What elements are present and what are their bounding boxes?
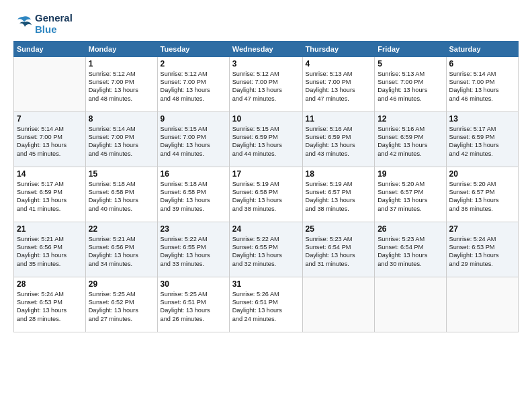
calendar-cell: 27Sunrise: 5:24 AMSunset: 6:53 PMDayligh… [446, 222, 519, 277]
day-number: 13 [449, 114, 516, 124]
calendar-cell: 13Sunrise: 5:17 AMSunset: 6:59 PMDayligh… [446, 111, 519, 167]
calendar-cell: 17Sunrise: 5:19 AMSunset: 6:58 PMDayligh… [229, 167, 302, 222]
day-info: Sunrise: 5:22 AMSunset: 6:55 PMDaylight:… [232, 235, 300, 269]
logo-text: General Blue [35, 12, 73, 36]
calendar-cell [375, 277, 446, 332]
calendar-cell: 14Sunrise: 5:17 AMSunset: 6:59 PMDayligh… [14, 167, 86, 222]
day-number: 11 [306, 114, 372, 124]
calendar-cell: 7Sunrise: 5:14 AMSunset: 7:00 PMDaylight… [14, 111, 86, 167]
day-number: 8 [89, 114, 154, 124]
day-info: Sunrise: 5:12 AMSunset: 7:00 PMDaylight:… [232, 70, 300, 103]
day-info: Sunrise: 5:13 AMSunset: 7:00 PMDaylight:… [378, 70, 443, 103]
day-number: 7 [17, 114, 83, 124]
day-number: 15 [89, 169, 154, 179]
day-info: Sunrise: 5:12 AMSunset: 7:00 PMDaylight:… [89, 70, 154, 103]
calendar-cell: 31Sunrise: 5:26 AMSunset: 6:51 PMDayligh… [229, 277, 302, 332]
day-number: 6 [449, 59, 516, 68]
day-number: 31 [232, 279, 300, 289]
weekday-header-friday: Friday [375, 41, 446, 56]
calendar-cell: 25Sunrise: 5:23 AMSunset: 6:54 PMDayligh… [302, 222, 375, 277]
calendar-cell: 26Sunrise: 5:23 AMSunset: 6:54 PMDayligh… [375, 222, 446, 277]
day-info: Sunrise: 5:16 AMSunset: 6:59 PMDaylight:… [306, 125, 372, 158]
day-number: 4 [306, 59, 372, 68]
day-number: 20 [449, 169, 516, 179]
calendar-cell [446, 277, 519, 332]
day-info: Sunrise: 5:26 AMSunset: 6:51 PMDaylight:… [232, 290, 300, 324]
weekday-header-sunday: Sunday [14, 41, 86, 56]
day-number: 29 [89, 279, 154, 289]
day-number: 10 [232, 114, 300, 124]
calendar-cell: 20Sunrise: 5:20 AMSunset: 6:57 PMDayligh… [446, 167, 519, 222]
day-number: 27 [449, 224, 516, 234]
day-number: 14 [17, 169, 83, 179]
day-info: Sunrise: 5:12 AMSunset: 7:00 PMDaylight:… [161, 70, 226, 103]
day-number: 12 [378, 114, 443, 124]
calendar-week-row: 1Sunrise: 5:12 AMSunset: 7:00 PMDaylight… [14, 56, 519, 111]
calendar-cell: 12Sunrise: 5:16 AMSunset: 6:59 PMDayligh… [375, 111, 446, 167]
calendar-week-row: 28Sunrise: 5:24 AMSunset: 6:53 PMDayligh… [14, 277, 519, 332]
day-info: Sunrise: 5:19 AMSunset: 6:57 PMDaylight:… [306, 180, 372, 214]
header: General Blue [13, 12, 519, 36]
day-info: Sunrise: 5:13 AMSunset: 7:00 PMDaylight:… [306, 70, 372, 103]
day-number: 17 [232, 169, 300, 179]
calendar-cell: 21Sunrise: 5:21 AMSunset: 6:56 PMDayligh… [14, 222, 86, 277]
calendar-cell: 1Sunrise: 5:12 AMSunset: 7:00 PMDaylight… [85, 56, 157, 111]
day-info: Sunrise: 5:14 AMSunset: 7:00 PMDaylight:… [449, 70, 516, 103]
day-number: 24 [232, 224, 300, 234]
day-info: Sunrise: 5:21 AMSunset: 6:56 PMDaylight:… [89, 235, 154, 269]
day-info: Sunrise: 5:17 AMSunset: 6:59 PMDaylight:… [449, 125, 516, 158]
day-info: Sunrise: 5:15 AMSunset: 6:59 PMDaylight:… [232, 125, 300, 158]
calendar-header-row: SundayMondayTuesdayWednesdayThursdayFrid… [14, 41, 519, 56]
calendar-cell: 18Sunrise: 5:19 AMSunset: 6:57 PMDayligh… [302, 167, 375, 222]
calendar-cell: 19Sunrise: 5:20 AMSunset: 6:57 PMDayligh… [375, 167, 446, 222]
calendar-cell [14, 56, 86, 111]
calendar-table: SundayMondayTuesdayWednesdayThursdayFrid… [13, 41, 519, 332]
calendar-cell: 28Sunrise: 5:24 AMSunset: 6:53 PMDayligh… [14, 277, 86, 332]
calendar-cell: 16Sunrise: 5:18 AMSunset: 6:58 PMDayligh… [157, 167, 229, 222]
calendar-cell: 8Sunrise: 5:14 AMSunset: 7:00 PMDaylight… [85, 111, 157, 167]
day-info: Sunrise: 5:23 AMSunset: 6:54 PMDaylight:… [306, 235, 372, 269]
calendar-week-row: 14Sunrise: 5:17 AMSunset: 6:59 PMDayligh… [14, 167, 519, 222]
logo-icon [13, 14, 32, 33]
day-info: Sunrise: 5:14 AMSunset: 7:00 PMDaylight:… [17, 125, 83, 158]
calendar-week-row: 7Sunrise: 5:14 AMSunset: 7:00 PMDaylight… [14, 111, 519, 167]
calendar-cell: 24Sunrise: 5:22 AMSunset: 6:55 PMDayligh… [229, 222, 302, 277]
day-info: Sunrise: 5:25 AMSunset: 6:52 PMDaylight:… [89, 290, 154, 324]
day-number: 9 [161, 114, 226, 124]
calendar-cell: 10Sunrise: 5:15 AMSunset: 6:59 PMDayligh… [229, 111, 302, 167]
weekday-header-thursday: Thursday [302, 41, 375, 56]
day-info: Sunrise: 5:24 AMSunset: 6:53 PMDaylight:… [17, 290, 83, 324]
day-number: 5 [378, 59, 443, 68]
day-number: 3 [232, 59, 300, 68]
day-info: Sunrise: 5:23 AMSunset: 6:54 PMDaylight:… [378, 235, 443, 269]
day-info: Sunrise: 5:14 AMSunset: 7:00 PMDaylight:… [89, 125, 154, 158]
calendar-cell: 23Sunrise: 5:22 AMSunset: 6:55 PMDayligh… [157, 222, 229, 277]
day-number: 28 [17, 279, 83, 289]
day-info: Sunrise: 5:24 AMSunset: 6:53 PMDaylight:… [449, 235, 516, 269]
day-number: 16 [161, 169, 226, 179]
day-number: 1 [89, 59, 154, 68]
weekday-header-wednesday: Wednesday [229, 41, 302, 56]
day-info: Sunrise: 5:16 AMSunset: 6:59 PMDaylight:… [378, 125, 443, 158]
day-info: Sunrise: 5:21 AMSunset: 6:56 PMDaylight:… [17, 235, 83, 269]
weekday-header-monday: Monday [85, 41, 157, 56]
calendar-cell: 29Sunrise: 5:25 AMSunset: 6:52 PMDayligh… [85, 277, 157, 332]
day-number: 23 [161, 224, 226, 234]
day-info: Sunrise: 5:18 AMSunset: 6:58 PMDaylight:… [161, 180, 226, 214]
day-info: Sunrise: 5:20 AMSunset: 6:57 PMDaylight:… [378, 180, 443, 214]
day-info: Sunrise: 5:15 AMSunset: 7:00 PMDaylight:… [161, 125, 226, 158]
day-number: 30 [161, 279, 226, 289]
day-info: Sunrise: 5:20 AMSunset: 6:57 PMDaylight:… [449, 180, 516, 214]
day-number: 26 [378, 224, 443, 234]
day-info: Sunrise: 5:18 AMSunset: 6:58 PMDaylight:… [89, 180, 154, 214]
day-info: Sunrise: 5:19 AMSunset: 6:58 PMDaylight:… [232, 180, 300, 214]
day-number: 22 [89, 224, 154, 234]
calendar-cell: 9Sunrise: 5:15 AMSunset: 7:00 PMDaylight… [157, 111, 229, 167]
calendar-cell: 3Sunrise: 5:12 AMSunset: 7:00 PMDaylight… [229, 56, 302, 111]
calendar-cell: 15Sunrise: 5:18 AMSunset: 6:58 PMDayligh… [85, 167, 157, 222]
weekday-header-tuesday: Tuesday [157, 41, 229, 56]
calendar-cell: 30Sunrise: 5:25 AMSunset: 6:51 PMDayligh… [157, 277, 229, 332]
calendar-week-row: 21Sunrise: 5:21 AMSunset: 6:56 PMDayligh… [14, 222, 519, 277]
calendar-cell: 4Sunrise: 5:13 AMSunset: 7:00 PMDaylight… [302, 56, 375, 111]
calendar-cell: 22Sunrise: 5:21 AMSunset: 6:56 PMDayligh… [85, 222, 157, 277]
